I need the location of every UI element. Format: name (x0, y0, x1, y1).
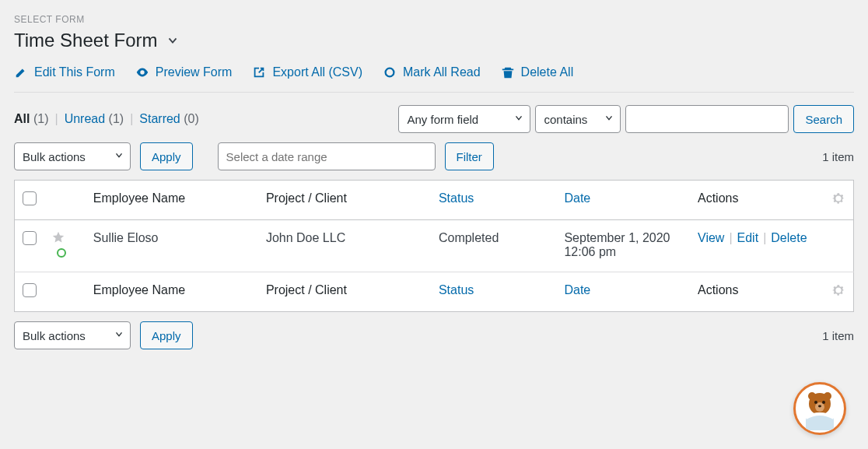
operator-select-value: contains (535, 105, 621, 133)
bulk-actions-value: Bulk actions (14, 142, 131, 170)
tab-all[interactable]: All (1) (14, 112, 48, 126)
footer-actions: Actions (690, 272, 824, 312)
edit-form-link[interactable]: Edit This Form (14, 65, 115, 79)
header-date[interactable]: Date (556, 181, 690, 220)
field-select[interactable]: Any form field (398, 105, 530, 133)
footer-settings[interactable] (824, 272, 854, 312)
header-status[interactable]: Status (431, 181, 556, 220)
preview-form-label: Preview Form (156, 65, 233, 79)
export-icon (252, 65, 266, 79)
row-checkbox-cell (15, 220, 45, 272)
circle-icon (383, 65, 397, 79)
tab-starred[interactable]: Starred (0) (139, 112, 198, 126)
date-range-field[interactable] (226, 143, 427, 170)
date-range-input[interactable] (218, 142, 436, 170)
filter-row-2: Bulk actions Apply Filter 1 item (14, 142, 854, 170)
edit-form-label: Edit This Form (34, 65, 115, 79)
filter-button[interactable]: Filter (445, 142, 494, 170)
header-project-client: Project / Client (258, 181, 431, 220)
action-separator: | (729, 231, 732, 245)
action-separator: | (763, 231, 766, 245)
form-selector-toggle[interactable] (166, 33, 180, 47)
bulk-actions-select-bottom[interactable]: Bulk actions (14, 321, 131, 349)
cell-status: Completed (431, 220, 556, 272)
tab-divider: | (130, 112, 133, 126)
tab-unread-label: Unread (65, 112, 105, 125)
select-all-checkbox[interactable] (23, 191, 37, 205)
select-all-checkbox-footer[interactable] (23, 283, 37, 297)
star-icon[interactable] (52, 233, 65, 246)
entry-tabs: All (1) | Unread (1) | Starred (0) (14, 112, 394, 126)
footer-indicators (44, 272, 85, 312)
header-employee-name: Employee Name (86, 181, 258, 220)
bulk-actions-select[interactable]: Bulk actions (14, 142, 131, 170)
delete-all-label: Delete All (521, 65, 574, 79)
header-indicators (44, 181, 85, 220)
select-form-label: SELECT FORM (14, 14, 854, 25)
delete-all-link[interactable]: Delete All (501, 65, 574, 79)
row-checkbox[interactable] (23, 231, 37, 245)
item-count-bottom: 1 item (822, 329, 854, 342)
apply-button-bottom[interactable]: Apply (140, 321, 193, 349)
search-button[interactable]: Search (793, 105, 854, 133)
form-title-row: Time Sheet Form (14, 30, 854, 51)
footer-checkbox-cell (15, 272, 45, 312)
bottom-row: Bulk actions Apply 1 item (14, 321, 854, 349)
unread-indicator-icon[interactable] (57, 248, 66, 258)
eye-icon (135, 65, 149, 79)
item-count-top: 1 item (822, 150, 854, 163)
cell-actions: View | Edit | Delete (690, 220, 854, 272)
edit-link[interactable]: Edit (737, 231, 759, 245)
tab-unread[interactable]: Unread (1) (65, 112, 124, 126)
cell-project-client: John Doe LLC (258, 220, 431, 272)
table-footer-row: Employee Name Project / Client Status Da… (15, 272, 854, 312)
tab-all-label: All (14, 112, 30, 125)
pencil-icon (14, 65, 28, 79)
cell-date: September 1, 2020 12:06 pm (556, 220, 690, 272)
tab-divider: | (54, 112, 58, 126)
mark-all-read-label: Mark All Read (403, 65, 481, 79)
header-actions: Actions (690, 181, 824, 220)
view-link[interactable]: View (698, 231, 724, 245)
preview-form-link[interactable]: Preview Form (135, 65, 233, 79)
table-header-row: Employee Name Project / Client Status Da… (15, 181, 854, 220)
separator (14, 92, 854, 93)
gear-icon (831, 286, 845, 300)
footer-project-client: Project / Client (258, 272, 431, 312)
trash-icon (501, 65, 515, 79)
footer-status[interactable]: Status (431, 272, 556, 312)
gear-icon (831, 195, 845, 208)
tab-starred-label: Starred (139, 112, 180, 125)
export-csv-label: Export All (CSV) (272, 65, 362, 79)
filter-row-1: All (1) | Unread (1) | Starred (0) Any f… (14, 105, 854, 133)
export-csv-link[interactable]: Export All (CSV) (252, 65, 362, 79)
row-indicators (44, 220, 85, 272)
action-links: Edit This Form Preview Form Export All (… (14, 65, 854, 79)
tab-starred-count: (0) (184, 112, 199, 125)
tab-unread-count: (1) (109, 112, 124, 125)
table-row: Sullie Eloso John Doe LLC Completed Sept… (15, 220, 854, 272)
apply-button[interactable]: Apply (140, 142, 193, 170)
search-value-input[interactable] (625, 105, 789, 133)
header-settings[interactable] (824, 181, 854, 220)
field-select-value: Any form field (398, 105, 530, 133)
mark-all-read-link[interactable]: Mark All Read (383, 65, 481, 79)
header-checkbox-cell (15, 181, 45, 220)
bulk-actions-value-bottom: Bulk actions (14, 321, 131, 349)
entries-table: Employee Name Project / Client Status Da… (14, 180, 854, 312)
tab-all-count: (1) (33, 112, 49, 125)
form-title: Time Sheet Form (14, 30, 158, 51)
operator-select[interactable]: contains (535, 105, 621, 133)
footer-date[interactable]: Date (556, 272, 690, 312)
footer-employee-name: Employee Name (86, 272, 258, 312)
search-value-field[interactable] (634, 106, 780, 132)
cell-employee-name: Sullie Eloso (86, 220, 258, 272)
delete-link[interactable]: Delete (771, 231, 807, 245)
svg-point-0 (386, 68, 394, 77)
